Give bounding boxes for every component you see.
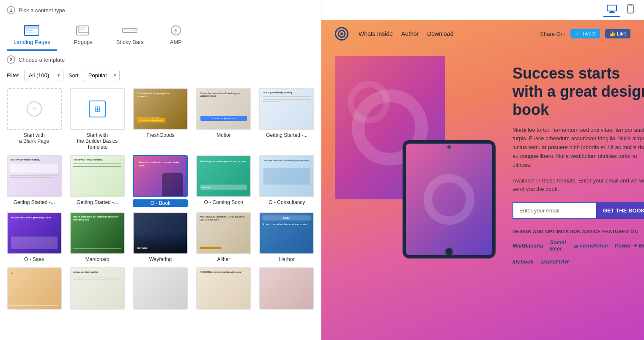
tweet-button[interactable]: 🐦 Tweet bbox=[570, 29, 600, 38]
template-o-consultancy[interactable]: Success starts with hardworking consulta… bbox=[258, 155, 316, 207]
sort-select[interactable]: Popular Newest Oldest bbox=[84, 70, 120, 81]
svg-rect-2 bbox=[25, 30, 33, 31]
logos-row: MailBanana SocialBeer ☁ cloudforce Power… bbox=[512, 239, 644, 265]
template-blank-label: Start witha Blank Page bbox=[19, 132, 49, 144]
step1-circle: 1 bbox=[7, 6, 15, 14]
filter-label: Filter bbox=[7, 72, 19, 79]
template-o-consultancy-label: O - Consultancy bbox=[269, 199, 305, 205]
preview-description: Morbi leo tortor, fermentum sed orci vit… bbox=[512, 126, 644, 170]
template-o-book-label: O - Book bbox=[133, 199, 188, 207]
svg-point-20 bbox=[340, 33, 343, 35]
template-getting-started-3[interactable]: This is your Primary Heading. Getting St… bbox=[68, 155, 126, 207]
filter-select-wrapper[interactable]: All (100) Free Premium bbox=[24, 70, 63, 81]
nav-link-author[interactable]: Author bbox=[401, 30, 419, 37]
blank-plus-icon: + bbox=[27, 101, 42, 117]
book-preview: Whats Inside Author Download Share On: 🐦… bbox=[321, 20, 644, 340]
amp-icon bbox=[167, 24, 184, 36]
template-getting-started-2-label: Getting Started -... bbox=[14, 199, 55, 205]
logo-javastar: JAVASTAR bbox=[540, 258, 569, 265]
svg-rect-18 bbox=[629, 5, 632, 6]
o-saas-thumb: success starts with a great design book bbox=[7, 212, 62, 254]
email-input[interactable] bbox=[512, 202, 596, 219]
template-freshgoods[interactable]: Concisely describe your product or servi… bbox=[132, 88, 189, 150]
template-row4e[interactable] bbox=[258, 267, 316, 310]
template-allher[interactable]: AN ATTENTION GRABBING HEADLINE WITH ONE … bbox=[195, 212, 252, 262]
template-o-coming-soon[interactable]: Unleash your creative spirit without the… bbox=[195, 155, 252, 207]
template-row4c[interactable] bbox=[132, 267, 189, 310]
popups-label: Popups bbox=[74, 39, 93, 45]
template-getting-started-2[interactable]: This is your Primary Heading. Getting St… bbox=[5, 155, 63, 207]
nav-link-download[interactable]: Download bbox=[427, 30, 453, 37]
template-row4a[interactable]: 🐷 bbox=[5, 267, 63, 310]
o-consultancy-thumb: Success starts with hardworking consulta… bbox=[259, 155, 314, 197]
template-row4d[interactable]: A CONCISE, exercise headline about your bbox=[195, 267, 252, 310]
svg-rect-7 bbox=[79, 29, 84, 30]
harbor-thumb: Harbor A clear, concise headline about y… bbox=[259, 212, 314, 254]
allher-thumb: AN ATTENTION GRABBING HEADLINE WITH ONE … bbox=[196, 212, 251, 254]
svg-rect-9 bbox=[124, 30, 131, 30]
preview-area[interactable]: Whats Inside Author Download Share On: 🐦… bbox=[321, 20, 644, 340]
tab-popups[interactable]: Popups bbox=[67, 21, 99, 51]
svg-rect-6 bbox=[79, 27, 86, 28]
template-blank[interactable]: + Start witha Blank Page bbox=[5, 88, 63, 150]
sort-select-wrapper[interactable]: Popular Newest Oldest bbox=[84, 70, 120, 81]
svg-rect-14 bbox=[610, 11, 614, 12]
template-training[interactable]: ⊞ Start withthe Builder BasicsTemplate bbox=[68, 88, 126, 150]
nav-link-whats-inside[interactable]: Whats Inside bbox=[359, 30, 393, 37]
templates-grid: + Start witha Blank Page ⊞ Start withthe… bbox=[0, 86, 321, 340]
tab-landing-pages[interactable]: Landing Pages bbox=[7, 21, 57, 51]
o-coming-soon-thumb: Unleash your creative spirit without the… bbox=[196, 155, 251, 197]
template-wayfaring[interactable]: Wayfaring Wayfaring bbox=[132, 212, 189, 262]
logo-cloudforce: ☁ cloudforce bbox=[573, 242, 608, 249]
preview-content: Success starts with a great design book … bbox=[512, 56, 644, 265]
logo-social-beer: SocialBeer bbox=[550, 239, 566, 252]
tab-sticky-bars[interactable]: Sticky Bars bbox=[110, 21, 151, 51]
preview-logo bbox=[335, 27, 348, 41]
getting-started-3-thumb: This is your Primary Heading. bbox=[70, 155, 125, 197]
template-o-saas-label: O - Saas bbox=[24, 256, 44, 262]
preview-description2: Available in these formats. Enter your e… bbox=[512, 177, 644, 194]
freshgoods-thumb: Concisely describe your product or servi… bbox=[133, 88, 188, 130]
template-allher-label: Allher bbox=[217, 256, 230, 262]
logo-lifebook: lifebook bbox=[512, 258, 534, 265]
tablet-home-button bbox=[445, 248, 453, 256]
row4d-thumb: A CONCISE, exercise headline about your bbox=[196, 267, 251, 310]
content-type-section: Landing Pages Popups bbox=[0, 18, 321, 51]
template-getting-started-1[interactable]: This is your Primary Heading. Getting St… bbox=[258, 88, 316, 150]
template-marconato[interactable]: What's great about our product headline … bbox=[68, 212, 126, 262]
template-harbor-label: Harbor bbox=[279, 256, 295, 262]
featured-label: DESIGN AND OPTIMIZATION ADVICE FEATURED … bbox=[512, 229, 644, 234]
logo-mailbanana: MailBanana bbox=[512, 242, 543, 249]
svg-rect-13 bbox=[607, 5, 617, 11]
filter-select[interactable]: All (100) Free Premium bbox=[24, 70, 63, 81]
tab-amp[interactable]: AMP bbox=[161, 21, 191, 51]
like-button[interactable]: 👍 Like bbox=[605, 29, 630, 38]
svg-marker-12 bbox=[174, 27, 178, 33]
preview-nav: Whats Inside Author Download Share On: 🐦… bbox=[321, 20, 644, 47]
svg-rect-3 bbox=[25, 32, 35, 33]
tablet-device bbox=[403, 140, 496, 258]
template-row4b[interactable]: A clear, concise headline bbox=[68, 267, 126, 310]
template-multor[interactable]: Describe the value of booking an appoint… bbox=[195, 88, 252, 150]
svg-rect-1 bbox=[25, 26, 38, 29]
marconato-thumb: What's great about our product headline … bbox=[70, 212, 125, 254]
right-panel: Whats Inside Author Download Share On: 🐦… bbox=[321, 0, 644, 340]
book-container bbox=[335, 56, 496, 258]
row4b-thumb: A clear, concise headline bbox=[70, 267, 125, 310]
template-harbor[interactable]: Harbor A clear, concise headline about y… bbox=[258, 212, 316, 262]
step1-label: Pick a content type bbox=[19, 7, 65, 14]
svg-rect-15 bbox=[609, 12, 615, 13]
sort-label: Sort bbox=[69, 72, 79, 79]
desktop-device-btn[interactable] bbox=[603, 3, 620, 17]
get-book-button[interactable]: GET THE BOOK bbox=[596, 202, 644, 219]
multor-thumb: Describe the value of booking an appoint… bbox=[196, 88, 251, 130]
sticky-bars-label: Sticky Bars bbox=[116, 39, 144, 45]
template-o-saas[interactable]: success starts with a great design book … bbox=[5, 212, 63, 262]
mobile-device-btn[interactable] bbox=[624, 3, 637, 18]
template-o-book[interactable]: Success starts with a great design book … bbox=[132, 155, 189, 207]
tablet-screen bbox=[406, 144, 492, 255]
getting-started-2-thumb: This is your Primary Heading. bbox=[7, 155, 62, 197]
step2-circle: 2 bbox=[7, 55, 15, 64]
left-panel: 1 Pick a content type Landing Pages bbox=[0, 0, 321, 340]
popups-icon bbox=[75, 24, 92, 36]
